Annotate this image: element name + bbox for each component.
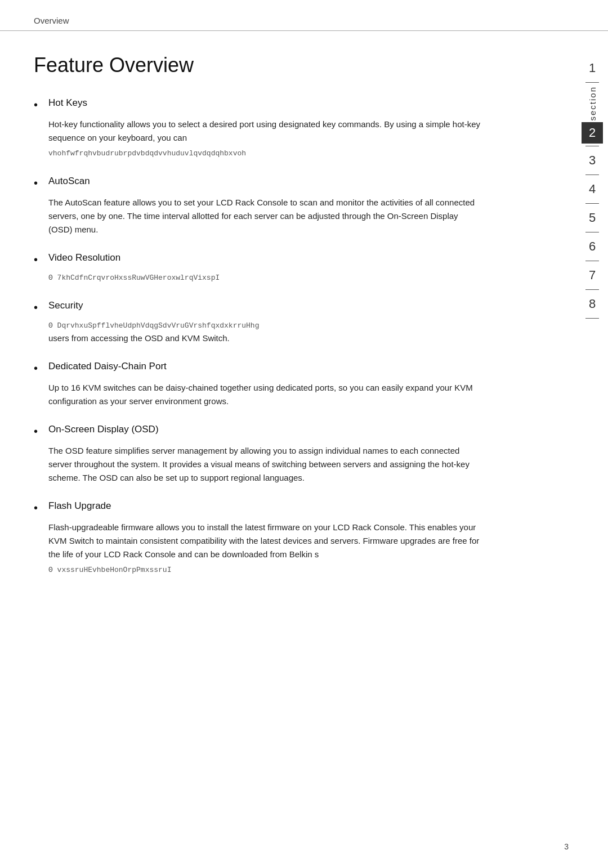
section-num-6: 6 (589, 235, 596, 258)
feature-heading-label: Dedicated Daisy-Chain Port (48, 361, 167, 372)
section-num-2: 2 (582, 122, 603, 144)
list-item: • Security Θ DqrvhxuSpfflvheUdphVdqgSdvV… (34, 300, 484, 346)
section-divider (585, 146, 599, 146)
breadcrumb: Overview (0, 0, 608, 31)
section-label: section (588, 86, 597, 121)
bullet-icon: • (34, 361, 44, 375)
feature-body-autoscan: The AutoScan feature allows you to set y… (34, 196, 484, 236)
main-content: Feature Overview • Hot Keys Hot-key func… (0, 31, 518, 626)
bullet-icon: • (34, 252, 44, 267)
feature-garbled: Θ vxssruHEvhbeHonOrpPmxssruΙ (48, 565, 484, 576)
feature-heading-video: • Video Resolution (34, 252, 484, 267)
page-number: 3 (564, 842, 569, 851)
feature-heading-label: Security (48, 300, 83, 311)
feature-heading-label: Flash Upgrade (48, 500, 111, 512)
bullet-icon: • (34, 424, 44, 439)
section-divider (585, 232, 599, 232)
breadcrumb-text: Overview (34, 16, 69, 25)
section-num-5: 5 (589, 206, 596, 230)
right-sidebar: 1 section 2 3 4 5 6 7 8 (576, 0, 608, 868)
list-item: • Flash Upgrade Flash-upgradeable firmwa… (34, 500, 484, 576)
feature-garbled: Θ DqrvhxuSpfflvheUdphVdqgSdvVruGVrshfqxd… (48, 320, 484, 332)
section-divider (585, 203, 599, 204)
list-item: • AutoScan The AutoScan feature allows y… (34, 176, 484, 236)
feature-garbled: vhohfwfrqhvbudrubrpdvbdqdvvhuduvlqvdqdqh… (48, 148, 484, 160)
section-divider (585, 289, 599, 290)
feature-heading-daisy: • Dedicated Daisy-Chain Port (34, 361, 484, 375)
list-item: • Video Resolution Θ 7khCdfnCrqvroHxssRu… (34, 252, 484, 284)
feature-heading-flash: • Flash Upgrade (34, 500, 484, 515)
feature-desc: The OSD feature simplifies server manage… (48, 444, 484, 485)
page-title: Feature Overview (34, 53, 484, 77)
feature-desc: Up to 16 KVM switches can be daisy-chain… (48, 381, 484, 408)
feature-body-osd: The OSD feature simplifies server manage… (34, 444, 484, 485)
list-item: • Dedicated Daisy-Chain Port Up to 16 KV… (34, 361, 484, 408)
feature-desc: The AutoScan feature allows you to set y… (48, 196, 484, 236)
bullet-icon: • (34, 176, 44, 190)
feature-body-security: Θ DqrvhxuSpfflvheUdphVdqgSdvVruGVrshfqxd… (34, 320, 484, 346)
feature-desc: Hot-key functionality allows you to sele… (48, 118, 484, 145)
list-item: • On-Screen Display (OSD) The OSD featur… (34, 424, 484, 485)
page-wrapper: Overview Feature Overview • Hot Keys Hot… (0, 0, 608, 868)
feature-body-video: Θ 7khCdfnCrqvroHxssRuwVGHeroxwlrqVixspΙ (34, 272, 484, 284)
feature-body-flash: Flash-upgradeable firmware allows you to… (34, 521, 484, 576)
feature-desc: users from accessing the OSD and KVM Swi… (48, 332, 484, 345)
feature-heading-label: On-Screen Display (OSD) (48, 424, 159, 435)
section-stack: 1 section 2 3 4 5 6 7 8 (582, 56, 603, 321)
bullet-icon: • (34, 300, 44, 315)
bullet-icon: • (34, 97, 44, 112)
feature-garbled: Θ 7khCdfnCrqvroHxssRuwVGHeroxwlrqVixspΙ (48, 272, 484, 284)
feature-heading-label: AutoScan (48, 176, 90, 187)
bullet-icon: • (34, 500, 44, 515)
feature-heading-label: Video Resolution (48, 252, 120, 263)
section-num-8: 8 (589, 292, 596, 316)
list-item: • Hot Keys Hot-key functionality allows … (34, 97, 484, 160)
section-num-3: 3 (589, 149, 596, 172)
feature-body-daisy: Up to 16 KVM switches can be daisy-chain… (34, 381, 484, 408)
feature-body-hotkeys: Hot-key functionality allows you to sele… (34, 118, 484, 160)
section-num-7: 7 (589, 263, 596, 287)
feature-heading-autoscan: • AutoScan (34, 176, 484, 190)
feature-heading-label: Hot Keys (48, 97, 87, 109)
section-divider (585, 318, 599, 319)
feature-list: • Hot Keys Hot-key functionality allows … (34, 97, 484, 576)
feature-heading-security: • Security (34, 300, 484, 315)
section-divider (585, 261, 599, 261)
feature-desc: Flash-upgradeable firmware allows you to… (48, 521, 484, 561)
section-divider (585, 175, 599, 175)
feature-heading-hotkeys: • Hot Keys (34, 97, 484, 112)
section-num-4: 4 (589, 177, 596, 201)
feature-heading-osd: • On-Screen Display (OSD) (34, 424, 484, 439)
section-divider (585, 82, 599, 83)
section-num-1: 1 (589, 56, 596, 80)
